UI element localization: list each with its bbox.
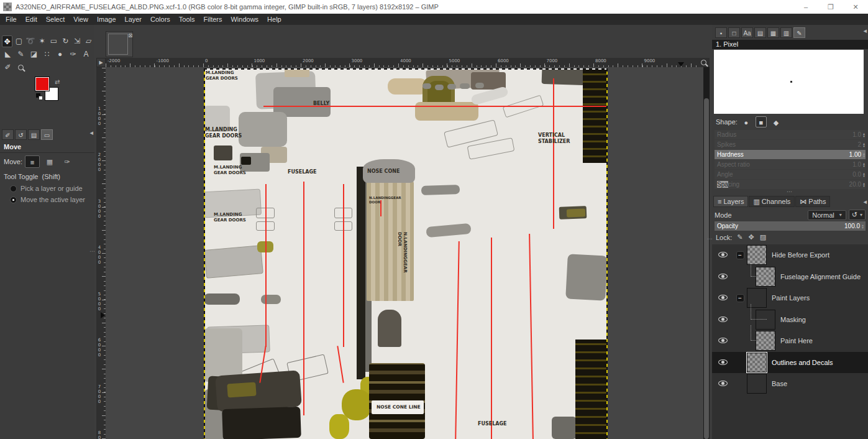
move-layer-mode[interactable]: ≡ xyxy=(25,155,40,168)
mode-reset-button[interactable]: ↺ ▾ xyxy=(849,210,866,220)
brush-slider-radius[interactable]: Radius1.0▲▼ xyxy=(715,130,866,139)
horizontal-ruler[interactable]: -2000-1000010002000300040005000600070008… xyxy=(106,58,703,67)
swap-colors-icon[interactable]: ⇄ xyxy=(55,78,60,85)
dock-resize-handle[interactable]: ⋮ xyxy=(91,249,93,254)
paths-tool[interactable]: ✑ xyxy=(67,49,79,60)
visibility-toggle[interactable] xyxy=(712,294,733,302)
move-tool[interactable]: ✥ xyxy=(2,35,12,47)
panel-resize-handle[interactable]: ⋯ xyxy=(712,190,868,195)
spinner-icon[interactable]: ▲▼ xyxy=(862,162,866,167)
clone-tool[interactable]: ∷ xyxy=(41,49,53,60)
ruler-corner-button[interactable]: ▶ xyxy=(96,58,106,67)
spinner-icon[interactable]: ▲▼ xyxy=(862,182,866,187)
restore-button[interactable]: ❐ xyxy=(818,0,843,14)
menu-image[interactable]: Image xyxy=(93,14,121,24)
bucket-fill-tool[interactable]: ◣ xyxy=(2,49,14,60)
close-tab-icon[interactable]: ⊠ xyxy=(128,32,133,39)
lock-alpha-icon[interactable]: ▨ xyxy=(760,233,766,241)
brush-editor-tab[interactable]: ✎ xyxy=(793,27,805,38)
scrollbar-thumb[interactable] xyxy=(704,98,709,439)
visibility-toggle[interactable] xyxy=(712,316,733,323)
device-status-tab[interactable]: ↺ xyxy=(15,129,27,140)
eye-icon[interactable] xyxy=(718,381,728,386)
visibility-toggle[interactable] xyxy=(712,273,733,280)
brush-slider-spikes[interactable]: Spikes2▲▼ xyxy=(715,140,866,149)
palettes-tab[interactable]: ▦ xyxy=(767,27,779,38)
visibility-toggle[interactable] xyxy=(712,359,733,366)
eye-icon[interactable] xyxy=(718,338,728,343)
brush-preview[interactable] xyxy=(714,50,864,114)
collapse-group-button[interactable]: − xyxy=(736,251,744,259)
windows-tab[interactable]: ▭ xyxy=(41,129,53,140)
tab-layers[interactable]: ≡Layers xyxy=(713,196,748,207)
eye-icon[interactable] xyxy=(718,274,728,279)
document-history-tab[interactable]: ▤ xyxy=(754,27,766,38)
rectangle-select-tool[interactable]: ▢ xyxy=(14,35,24,47)
layer-row[interactable]: Paint Here xyxy=(712,330,868,351)
brush-slider-spacing[interactable]: Spacing20.0▲▼ xyxy=(715,180,866,189)
image-tab[interactable]: ⊠ xyxy=(106,31,133,57)
minimize-button[interactable]: – xyxy=(793,0,818,14)
images-tab[interactable]: ▤ xyxy=(28,129,40,140)
diamond-shape[interactable]: ◆ xyxy=(770,116,782,127)
mode-dropdown[interactable]: Normal ▾ xyxy=(808,210,846,220)
spinner-icon[interactable]: ▲▼ xyxy=(860,224,866,229)
tab-paths[interactable]: ⋈Paths xyxy=(795,196,830,207)
visibility-toggle[interactable] xyxy=(712,251,733,259)
menu-layer[interactable]: Layer xyxy=(121,14,147,24)
gradients-tab[interactable]: ▥ xyxy=(780,27,792,38)
move-path-mode[interactable]: ✑ xyxy=(60,155,75,168)
tool-options-tab[interactable]: ✐ xyxy=(2,129,14,140)
dock-resize-handle[interactable]: ⋮ xyxy=(709,236,711,241)
color-picker-tool[interactable]: ✐ xyxy=(2,62,14,73)
collapse-panel-button[interactable]: ◂ xyxy=(863,198,867,206)
menu-file[interactable]: File xyxy=(1,14,21,24)
layer-row[interactable]: −Hide Before Export xyxy=(712,244,868,266)
lock-position-icon[interactable]: ✥ xyxy=(749,233,754,241)
radio-icon[interactable] xyxy=(10,196,17,203)
perspective-tool[interactable]: ▱ xyxy=(83,35,94,47)
collapse-panel-button[interactable]: ◂ xyxy=(89,129,93,141)
collapse-panel-button[interactable]: ◂ xyxy=(863,27,867,39)
menu-help[interactable]: Help xyxy=(263,14,286,24)
collapse-group-button[interactable]: − xyxy=(736,294,744,302)
brush-slider-aspect-ratio[interactable]: Aspect ratio1.0▲▼ xyxy=(715,160,866,169)
menu-edit[interactable]: Edit xyxy=(21,14,42,24)
blur-tool[interactable]: ● xyxy=(54,49,66,60)
menu-select[interactable]: Select xyxy=(42,14,70,24)
menu-view[interactable]: View xyxy=(69,14,93,24)
brush-slider-hardness[interactable]: Hardness1.00▲▼ xyxy=(715,150,866,159)
layer-row[interactable]: Outlines and Decals xyxy=(712,352,868,373)
eraser-tool[interactable]: ◪ xyxy=(28,49,40,60)
visibility-toggle[interactable] xyxy=(712,337,733,344)
unified-transform-tool[interactable]: ⇲ xyxy=(72,35,83,47)
zoom-tool[interactable] xyxy=(15,62,27,73)
spinner-icon[interactable]: ▲▼ xyxy=(862,132,866,137)
layer-row[interactable]: Masking xyxy=(712,309,868,330)
fonts-tab[interactable]: Aa xyxy=(741,27,753,38)
close-button[interactable]: ✕ xyxy=(843,0,868,14)
vertical-scrollbar[interactable] xyxy=(703,67,710,439)
circle-shape[interactable]: ● xyxy=(741,116,752,127)
foreground-color-swatch[interactable] xyxy=(35,77,49,91)
tab-channels[interactable]: ▥Channels xyxy=(749,196,795,207)
default-colors-icon[interactable] xyxy=(39,96,43,100)
eye-icon[interactable] xyxy=(718,317,728,322)
radio-icon[interactable] xyxy=(10,185,17,192)
eye-icon[interactable] xyxy=(718,295,728,300)
fuzzy-select-tool[interactable]: ✶ xyxy=(37,35,47,47)
tool-toggle-option[interactable]: Pick a layer or guide xyxy=(10,183,91,194)
layer-row[interactable]: −Paint Layers xyxy=(712,287,868,308)
menu-tools[interactable]: Tools xyxy=(175,14,199,24)
crop-tool[interactable]: ▭ xyxy=(48,35,59,47)
menu-windows[interactable]: Windows xyxy=(226,14,263,24)
menu-filters[interactable]: Filters xyxy=(199,14,227,24)
spinner-icon[interactable]: ▲▼ xyxy=(862,172,866,177)
spinner-icon[interactable]: ▲▼ xyxy=(862,142,866,147)
eye-icon[interactable] xyxy=(718,359,728,365)
opacity-slider[interactable]: Opacity 100.0 ▲▼ xyxy=(715,221,866,231)
canvas-image[interactable]: M.LANDING GEAR DOORSM.LANDING GEAR DOORS… xyxy=(204,68,608,439)
spinner-icon[interactable]: ▲▼ xyxy=(862,152,866,157)
visibility-toggle[interactable] xyxy=(712,380,733,387)
zoom-follow-button[interactable] xyxy=(697,58,710,67)
